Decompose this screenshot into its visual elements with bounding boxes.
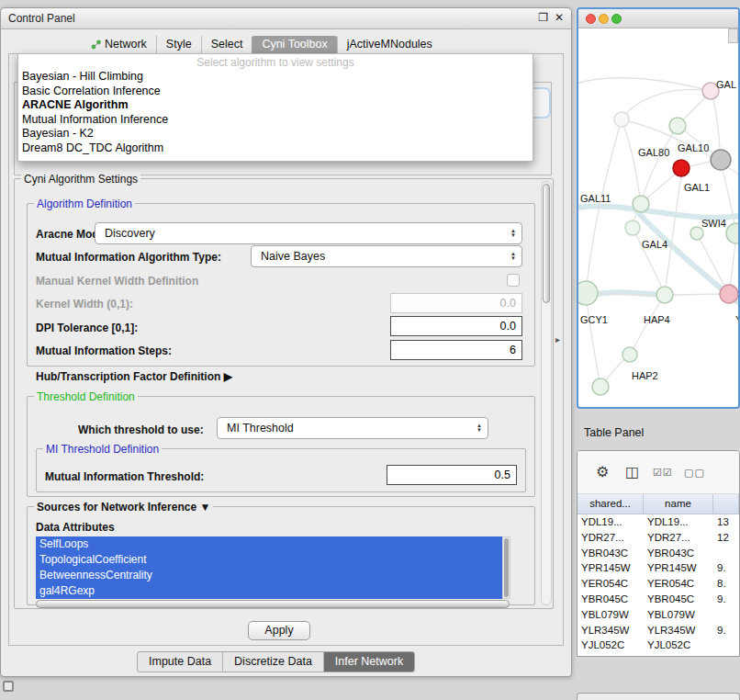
control-panel-titlebar[interactable]: Control Panel ❐ ✕ — [1, 8, 571, 29]
settings-scrollbar-thumb[interactable] — [543, 184, 550, 303]
network-node[interactable] — [711, 150, 731, 170]
network-node[interactable] — [592, 378, 609, 395]
attributes-list-hscrollbar-thumb[interactable] — [36, 600, 510, 608]
network-node[interactable] — [622, 347, 637, 362]
table-cell: YLR345W — [577, 623, 644, 638]
close-window-icon[interactable]: ✕ — [555, 11, 564, 24]
threshold-type-combo[interactable]: MI Threshold ▲▼ — [217, 417, 488, 439]
algorithm-option-mutual-information-inference[interactable]: Mutual Information Inference — [18, 113, 533, 128]
network-canvas[interactable]: GALGAL80GAL10GAL1GAL11SWI4GAL4GCY1HAP4YH… — [578, 28, 739, 408]
bottom-tab-impute-data[interactable]: Impute Data — [138, 652, 222, 672]
data-attributes-label: Data Attributes — [36, 521, 115, 534]
network-node[interactable] — [614, 112, 629, 127]
collapse-arrow-icon[interactable]: ▼ — [199, 501, 210, 514]
network-edge — [622, 119, 641, 204]
aracne-mode-combo[interactable]: Discovery ▲▼ — [95, 222, 522, 244]
sources-toggle[interactable]: Sources for Network Inference ▼ — [34, 501, 213, 514]
table-cell — [713, 607, 739, 623]
table-row[interactable]: YBR043CYBR043C — [577, 546, 739, 561]
mi-algorithm-type-combo[interactable]: Naive Bayes ▲▼ — [251, 245, 522, 267]
tab-style[interactable]: Style — [156, 36, 201, 53]
table-row[interactable]: YPR145WYPR145W9. — [577, 560, 739, 576]
attribute-item-gal4rgexp[interactable]: gal4RGexp — [36, 583, 502, 599]
table-row[interactable]: YDL19...YDL19...13 — [577, 514, 739, 530]
mi-threshold-group-title: MI Threshold Definition — [43, 443, 162, 456]
network-node[interactable] — [656, 287, 673, 303]
table-cell — [713, 638, 739, 653]
tab-select[interactable]: Select — [201, 36, 252, 53]
expand-arrow-icon[interactable]: ▶ — [224, 370, 232, 383]
network-node[interactable] — [633, 196, 649, 212]
network-view-window[interactable]: GALGAL80GAL10GAL1GAL11SWI4GAL4GCY1HAP4YH… — [577, 7, 740, 409]
select-all-checkboxes-icon[interactable]: ☑☑ — [653, 467, 673, 479]
network-icon — [91, 40, 101, 50]
network-node[interactable] — [690, 227, 703, 240]
network-node[interactable] — [669, 118, 686, 134]
dpi-tolerance-input[interactable] — [390, 316, 522, 336]
network-node[interactable] — [726, 223, 739, 243]
collapsed-panel-icon[interactable] — [3, 681, 14, 692]
network-edge — [622, 89, 711, 119]
which-threshold-label: Which threshold to use: — [78, 423, 204, 436]
table-row[interactable]: YBL079WYBL079W — [577, 607, 739, 623]
column-header-shared[interactable]: shared... — [577, 494, 644, 514]
minimize-traffic-light-icon[interactable] — [599, 14, 609, 24]
table-row[interactable]: YDR27...YDR27...12 — [577, 530, 739, 546]
tab-jactivemnodules[interactable]: jActiveMNodules — [337, 36, 442, 53]
tab-cyni-toolbox[interactable]: Cyni Toolbox — [252, 36, 336, 53]
column-header-name[interactable]: name — [644, 494, 713, 514]
table-row[interactable]: YLR345WYLR345W9. — [577, 623, 739, 638]
columns-icon[interactable]: ◫ — [625, 463, 639, 480]
table-panel-window: ⚙◫☑☑▢▢ shared...name YDL19...YDL19...13Y… — [577, 450, 740, 657]
network-node[interactable] — [673, 160, 690, 176]
attributes-list-scrollbar-thumb[interactable] — [504, 538, 509, 597]
attribute-item-betweennesscentrality[interactable]: BetweennessCentrality — [36, 568, 502, 583]
attribute-item-selfloops[interactable]: SelfLoops — [36, 536, 502, 552]
network-node[interactable] — [578, 281, 598, 305]
algorithm-option-dream8-dc-tdc-algorithm[interactable]: Dream8 DC_TDC Algorithm — [18, 141, 533, 156]
mi-threshold-input[interactable] — [387, 465, 517, 485]
table-row[interactable]: YJL052CYJL052C — [577, 638, 739, 653]
window-title: Control Panel — [8, 12, 75, 25]
algorithm-option-bayesian-k2[interactable]: Bayesian - K2 — [18, 127, 533, 141]
bottom-tab-discretize-data[interactable]: Discretize Data — [222, 652, 323, 672]
bottom-tab-infer-network[interactable]: Infer Network — [323, 652, 414, 672]
apply-button[interactable]: Apply — [248, 621, 310, 640]
float-window-icon[interactable]: ❐ — [538, 11, 548, 24]
settings-scrollbar[interactable] — [541, 181, 552, 605]
algorithm-definition-title: Algorithm Definition — [34, 198, 135, 210]
dropdown-prompt: Select algorithm to view settings — [18, 56, 533, 70]
column-header-2[interactable] — [713, 494, 739, 514]
manual-kernel-checkbox[interactable] — [507, 274, 520, 287]
attribute-item-topologicalcoefficient[interactable]: TopologicalCoefficient — [36, 552, 502, 568]
table-row[interactable]: YER054CYER054C8. — [577, 576, 739, 592]
close-traffic-light-icon[interactable] — [586, 14, 596, 24]
network-node[interactable] — [720, 285, 738, 303]
table-cell: 12 — [713, 530, 739, 546]
clear-checkboxes-icon[interactable]: ▢▢ — [684, 467, 705, 479]
control-panel-window: Control Panel ❐ ✕ NetworkStyleSelectCyni… — [0, 7, 572, 677]
attributes-list-scrollbar[interactable] — [502, 536, 510, 599]
table-cell: YBL079W — [577, 607, 644, 623]
network-node[interactable] — [625, 220, 640, 235]
tab-network[interactable]: Network — [82, 36, 156, 53]
gear-icon[interactable]: ⚙ — [596, 463, 609, 480]
node-label: GAL1 — [684, 182, 710, 193]
data-attributes-list[interactable]: SelfLoopsTopologicalCoefficientBetweenne… — [36, 536, 502, 599]
algorithm-option-basic-correlation-inference[interactable]: Basic Correlation Inference — [18, 85, 533, 99]
algorithm-option-aracne-algorithm[interactable]: ARACNE Algorithm — [18, 98, 533, 113]
mi-threshold-label: Mutual Information Threshold: — [45, 470, 204, 483]
combo-stepper-icon: ▲▼ — [510, 252, 516, 261]
table-cell: 9. — [713, 592, 739, 607]
mi-steps-input[interactable] — [390, 340, 522, 360]
zoom-traffic-light-icon[interactable] — [611, 14, 622, 24]
algorithm-option-bayesian-hill-climbing[interactable]: Bayesian - Hill Climbing — [18, 70, 533, 85]
network-edge — [641, 126, 678, 204]
table-row[interactable]: YBR045CYBR045C9. — [577, 592, 739, 607]
panel-splitter-arrow-icon[interactable]: ▸ — [555, 334, 560, 344]
network-window-titlebar[interactable] — [578, 9, 738, 28]
kernel-width-input[interactable] — [390, 293, 522, 313]
hub-definition-toggle[interactable]: Hub/Transcription Factor Definition ▶ — [36, 370, 232, 383]
node-label: GCY1 — [580, 314, 608, 325]
table-cell: YBR045C — [577, 592, 644, 607]
